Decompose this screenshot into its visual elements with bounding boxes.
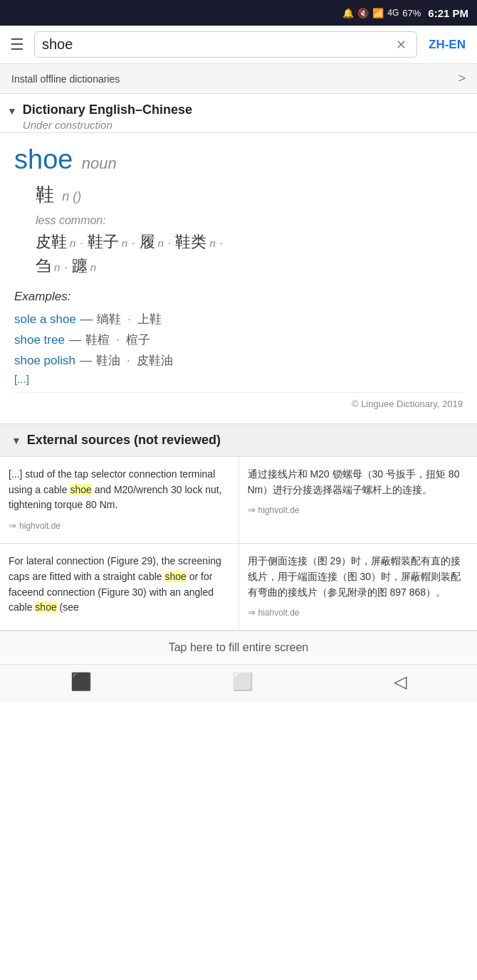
pos-1: n (70, 237, 75, 249)
ext-card-2-left: For lateral connection (Figure 29), the … (0, 544, 239, 630)
ext-text-1-right: 通过接线片和 M20 锁螺母（30 号扳手，扭矩 80 Nm）进行分接选择器端子… (248, 468, 460, 495)
ext-highlight-shoe-1: shoe (70, 484, 91, 495)
ext-text-2-left-3: (see (57, 601, 79, 613)
pos-6: n (90, 261, 96, 273)
recent-apps-button[interactable]: ⬛ (70, 672, 92, 692)
word-entry: shoe noun 鞋 n () less common: 皮鞋 n · 鞋子 … (14, 144, 463, 277)
examples-label: Examples: (14, 290, 463, 304)
translation-3: 履 (140, 231, 155, 253)
install-banner[interactable]: Install offline dictionaries > (0, 64, 477, 94)
alarm-icon: 🔔 (342, 8, 354, 19)
ext-highlight-shoe-2b: shoe (35, 601, 56, 613)
back-button[interactable]: ◁ (394, 672, 407, 692)
pos-2: n (122, 237, 127, 249)
collapse-triangle-icon[interactable]: ▼ (7, 105, 17, 117)
less-common-translations: 皮鞋 n · 鞋子 n · 履 n · 鞋类 n · (36, 231, 463, 253)
examples-section: Examples: sole a shoe — 绱鞋 · 上鞋 shoe tre… (14, 290, 463, 385)
dictionary-title: Dictionary English–Chinese (23, 102, 192, 117)
source-link-2-right[interactable]: ⇒ hiahvolt.de (248, 606, 469, 620)
language-toggle[interactable]: ZH-EN (424, 35, 470, 55)
external-card-2: For lateral connection (Figure 29), the … (0, 544, 477, 631)
example-row-3: shoe polish — 鞋油 · 皮鞋油 (14, 352, 463, 369)
source-arrow-icon-2r: ⇒ (248, 606, 256, 620)
bottom-nav: ⬛ ⬜ ◁ (0, 664, 477, 703)
translation-5: 刍 (36, 255, 51, 277)
battery-icon: 67% (402, 8, 421, 19)
example-row-1: sole a shoe — 绱鞋 · 上鞋 (14, 311, 463, 327)
primary-chinese: 鞋 (36, 184, 54, 205)
dictionary-subtitle: Under construction (23, 119, 192, 131)
clear-button[interactable]: ✕ (393, 37, 409, 53)
translation-6: 躔 (72, 255, 88, 277)
less-common-label: less common: (36, 214, 463, 227)
ext-card-1-left: [...] stud of the tap selector connectio… (0, 457, 239, 543)
mute-icon: 🔇 (357, 8, 369, 19)
primary-pos-tag: n () (62, 189, 81, 204)
external-sources-title: External sources (not reviewed) (27, 433, 221, 448)
search-box: ✕ (34, 31, 417, 58)
example-cn-1a: 绱鞋 (97, 311, 121, 327)
less-common-row-2: 刍 n · 躔 n (36, 255, 463, 277)
ext-highlight-shoe-2a: shoe (164, 571, 186, 582)
source-name-2-right: hiahvolt.de (258, 606, 300, 620)
source-link-1-left[interactable]: ⇒ highvolt.de (9, 519, 230, 533)
example-en-2[interactable]: shoe tree (14, 333, 65, 347)
wifi-icon: 📶 (372, 8, 384, 19)
search-input[interactable] (42, 36, 393, 53)
signal-icon: 4G (387, 8, 399, 18)
example-en-3[interactable]: shoe polish (14, 354, 75, 368)
translation-1: 皮鞋 (36, 231, 67, 253)
pos-4: n (209, 237, 215, 249)
home-button[interactable]: ⬜ (232, 672, 253, 692)
main-content: shoe noun 鞋 n () less common: 皮鞋 n · 鞋子 … (0, 133, 477, 423)
primary-translation: 鞋 n () (36, 182, 463, 207)
source-arrow-icon-1: ⇒ (9, 519, 16, 533)
source-link-1-right[interactable]: ⇒ highvolt.de (248, 503, 469, 517)
source-arrow-icon-1r: ⇒ (248, 503, 256, 517)
more-examples-link[interactable]: [...] (14, 373, 463, 385)
headword: shoe (14, 144, 73, 174)
part-of-speech: noun (82, 154, 117, 172)
pos-5: n (54, 261, 60, 273)
dash-1: — (80, 312, 93, 327)
pos-3: n (158, 237, 164, 249)
translation-2: 鞋子 (88, 231, 119, 253)
ext-card-1-right: 通过接线片和 M20 锁螺母（30 号扳手，扭矩 80 Nm）进行分接选择器端子… (239, 457, 478, 543)
dictionary-section-header[interactable]: ▼ Dictionary English–Chinese Under const… (0, 94, 477, 133)
install-text: Install offline dictionaries (11, 73, 120, 85)
translation-4: 鞋类 (175, 231, 206, 253)
install-arrow-icon: > (458, 71, 466, 86)
example-cn-2a: 鞋楦 (85, 332, 110, 348)
ext-text-2-right: 用于侧面连接（图 29）时，屏蔽帽装配有直的接线片，用于端面连接（图 30）时，… (248, 555, 461, 597)
fill-screen-banner[interactable]: Tap here to fill entire screen (0, 631, 477, 664)
dash-2: — (69, 333, 81, 347)
copyright: © Linguee Dictionary, 2019 (14, 392, 463, 412)
ext-card-2-right: 用于侧面连接（图 29）时，屏蔽帽装配有直的接线片，用于端面连接（图 30）时，… (239, 544, 478, 630)
example-cn-3a: 鞋油 (96, 352, 120, 369)
menu-button[interactable]: ☰ (7, 33, 27, 57)
ext-collapse-icon[interactable]: ▼ (11, 435, 21, 446)
source-name-1-right: highvolt.de (258, 504, 300, 517)
status-icons: 🔔 🔇 📶 4G 67% (342, 8, 421, 19)
top-bar: ☰ ✕ ZH-EN (0, 26, 477, 64)
external-sources-header[interactable]: ▼ External sources (not reviewed) (0, 423, 477, 457)
example-cn-1b: 上鞋 (137, 311, 162, 327)
example-row-2: shoe tree — 鞋楦 · 楦子 (14, 332, 463, 348)
example-cn-2b: 楦子 (126, 332, 150, 348)
example-cn-3b: 皮鞋油 (137, 352, 173, 369)
external-card-1: [...] stud of the tap selector connectio… (0, 457, 477, 544)
source-name-1-left: highvolt.de (19, 520, 61, 533)
example-en-1[interactable]: sole a shoe (14, 312, 76, 327)
time-display: 6:21 PM (428, 7, 468, 19)
dash-3: — (80, 354, 92, 368)
status-bar: 🔔 🔇 📶 4G 67% 6:21 PM (0, 0, 477, 26)
